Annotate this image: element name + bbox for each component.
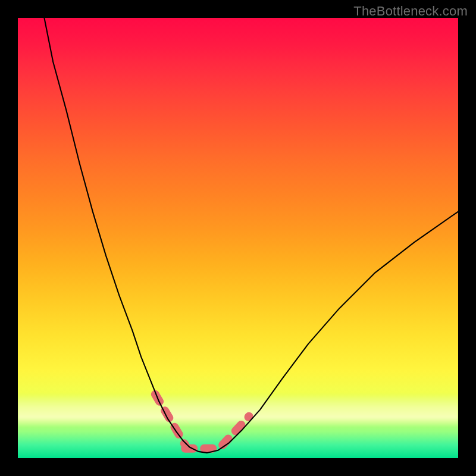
highlight-right-threshold (223, 416, 249, 445)
bottleneck-curve (44, 18, 458, 453)
chart-container: TheBottleneck.com (0, 0, 476, 476)
plot-area (18, 18, 458, 458)
watermark-text: TheBottleneck.com (353, 4, 468, 19)
plot-svg (18, 18, 458, 458)
